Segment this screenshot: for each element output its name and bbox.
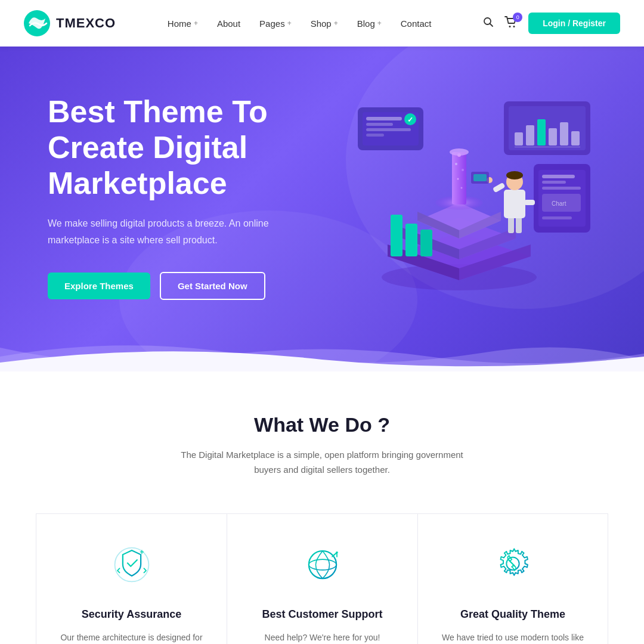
svg-point-43 — [455, 163, 457, 165]
feature-card-security: + Security Assurance Our theme architect… — [36, 513, 227, 644]
feature-card-quality: Great Quality Theme We have tried to use… — [417, 513, 608, 644]
quality-card-desc: We have tried to use modern tools like E… — [439, 630, 586, 644]
svg-point-45 — [457, 178, 459, 180]
svg-rect-41 — [452, 152, 466, 205]
hero-title: Best Theme To Create Digital Marketplace — [48, 94, 346, 201]
svg-rect-51 — [508, 216, 514, 233]
main-nav: Home + About Pages + Shop + Blog + Conta… — [168, 18, 432, 29]
hero-content: Best Theme To Create Digital Marketplace… — [0, 94, 644, 300]
support-card-desc: Need help? We're here for you! Questions… — [249, 630, 396, 644]
quality-icon-container — [486, 538, 540, 592]
what-section: What We Do ? The Digital Marketplace is … — [0, 371, 644, 644]
svg-rect-20 — [571, 131, 580, 145]
svg-point-44 — [462, 169, 464, 171]
svg-rect-8 — [366, 123, 393, 126]
svg-point-3 — [509, 26, 511, 27]
nav-pages[interactable]: Pages + — [259, 18, 292, 29]
svg-rect-17 — [537, 119, 546, 145]
svg-point-57 — [506, 171, 523, 179]
hero-buttons: Explore Themes Get Started Now — [48, 272, 346, 300]
svg-rect-49 — [405, 224, 417, 256]
logo[interactable]: TMEXCO — [24, 10, 116, 36]
support-icon-container — [296, 538, 349, 592]
hero-wave — [0, 324, 644, 371]
nav-shop[interactable]: Shop + — [311, 18, 338, 29]
svg-rect-48 — [391, 215, 402, 256]
svg-text:Chart: Chart — [552, 200, 566, 207]
nav-contact[interactable]: Contact — [401, 18, 432, 29]
what-section-subtitle: The Digital Marketplace is a simple, ope… — [173, 447, 471, 478]
svg-point-46 — [461, 187, 463, 189]
hero-text: Best Theme To Create Digital Marketplace… — [48, 94, 346, 300]
svg-point-4 — [513, 26, 515, 27]
security-card-desc: Our theme architecture is designed for m… — [58, 630, 205, 644]
nav-home[interactable]: Home + — [168, 18, 198, 29]
search-button[interactable] — [483, 17, 494, 30]
svg-rect-19 — [560, 122, 568, 145]
svg-rect-54 — [493, 182, 506, 193]
what-section-title: What We Do ? — [36, 413, 608, 436]
logo-icon — [24, 10, 50, 36]
svg-rect-60 — [473, 174, 487, 181]
feature-cards: + Security Assurance Our theme architect… — [36, 513, 608, 644]
svg-rect-25 — [542, 181, 566, 184]
svg-rect-21 — [515, 147, 580, 147]
search-icon — [483, 17, 494, 27]
svg-rect-16 — [526, 125, 534, 145]
svg-point-47 — [450, 148, 469, 156]
header-actions: 0 Login / Register — [483, 13, 620, 34]
svg-text:✓: ✓ — [407, 116, 413, 124]
nav-about[interactable]: About — [217, 18, 240, 29]
svg-rect-24 — [542, 175, 575, 178]
explore-themes-button[interactable]: Explore Themes — [48, 273, 150, 299]
security-icon-container: + — [105, 538, 159, 592]
nav-blog[interactable]: Blog + — [357, 18, 382, 29]
svg-rect-18 — [549, 128, 557, 145]
svg-rect-7 — [366, 117, 402, 120]
svg-rect-29 — [542, 216, 572, 219]
svg-rect-26 — [542, 187, 581, 190]
svg-rect-50 — [420, 230, 432, 256]
globe-icon — [299, 541, 346, 589]
get-started-button[interactable]: Get Started Now — [160, 272, 265, 300]
cart-button[interactable]: 0 — [504, 16, 518, 31]
header: TMEXCO Home + About Pages + Shop + Blog … — [0, 0, 644, 47]
svg-rect-9 — [366, 128, 411, 131]
gear-icon — [489, 541, 537, 589]
login-register-button[interactable]: Login / Register — [528, 13, 620, 34]
hero-subtitle: We make selling digital products a breez… — [48, 215, 304, 247]
svg-rect-15 — [515, 132, 523, 145]
svg-rect-52 — [516, 216, 522, 233]
hero-section: Best Theme To Create Digital Marketplace… — [0, 47, 644, 371]
feature-card-support: Best Customer Support Need help? We're h… — [227, 513, 417, 644]
support-card-name: Best Customer Support — [262, 608, 382, 621]
svg-rect-53 — [504, 190, 525, 218]
hero-illustration: ✓ — [346, 95, 596, 298]
shield-icon: + — [108, 541, 156, 589]
svg-text:+: + — [140, 548, 144, 556]
svg-rect-10 — [366, 134, 384, 137]
svg-rect-55 — [524, 200, 535, 205]
quality-card-name: Great Quality Theme — [460, 608, 565, 621]
hero-svg: ✓ — [346, 95, 596, 298]
cart-badge: 0 — [513, 13, 522, 22]
svg-line-2 — [490, 23, 493, 26]
logo-text: TMEXCO — [56, 16, 116, 31]
svg-point-68 — [336, 552, 338, 554]
security-card-name: Security Assurance — [82, 608, 181, 621]
